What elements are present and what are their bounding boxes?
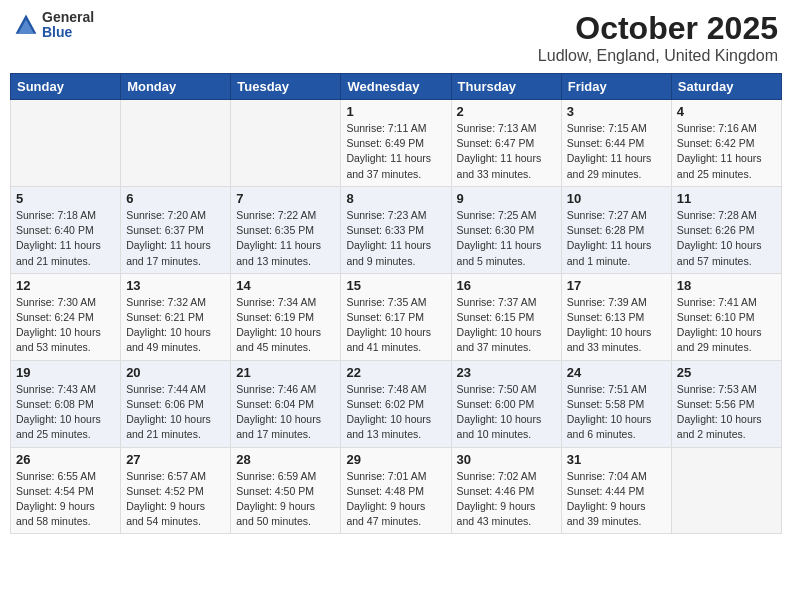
day-number: 15	[346, 278, 445, 293]
weekday-header-thursday: Thursday	[451, 74, 561, 100]
day-info: Sunrise: 7:53 AMSunset: 5:56 PMDaylight:…	[677, 382, 776, 443]
calendar-cell: 13Sunrise: 7:32 AMSunset: 6:21 PMDayligh…	[121, 273, 231, 360]
title-block: October 2025 Ludlow, England, United Kin…	[538, 10, 778, 65]
calendar-cell: 8Sunrise: 7:23 AMSunset: 6:33 PMDaylight…	[341, 186, 451, 273]
day-number: 20	[126, 365, 225, 380]
day-info: Sunrise: 7:28 AMSunset: 6:26 PMDaylight:…	[677, 208, 776, 269]
calendar-cell: 2Sunrise: 7:13 AMSunset: 6:47 PMDaylight…	[451, 100, 561, 187]
day-info: Sunrise: 7:20 AMSunset: 6:37 PMDaylight:…	[126, 208, 225, 269]
day-info: Sunrise: 7:32 AMSunset: 6:21 PMDaylight:…	[126, 295, 225, 356]
day-number: 22	[346, 365, 445, 380]
day-info: Sunrise: 7:04 AMSunset: 4:44 PMDaylight:…	[567, 469, 666, 530]
day-info: Sunrise: 7:35 AMSunset: 6:17 PMDaylight:…	[346, 295, 445, 356]
day-info: Sunrise: 7:02 AMSunset: 4:46 PMDaylight:…	[457, 469, 556, 530]
day-info: Sunrise: 6:59 AMSunset: 4:50 PMDaylight:…	[236, 469, 335, 530]
calendar-week-row: 1Sunrise: 7:11 AMSunset: 6:49 PMDaylight…	[11, 100, 782, 187]
day-number: 6	[126, 191, 225, 206]
day-number: 2	[457, 104, 556, 119]
day-number: 19	[16, 365, 115, 380]
weekday-header-saturday: Saturday	[671, 74, 781, 100]
weekday-header-row: SundayMondayTuesdayWednesdayThursdayFrid…	[11, 74, 782, 100]
calendar-cell: 16Sunrise: 7:37 AMSunset: 6:15 PMDayligh…	[451, 273, 561, 360]
calendar-cell: 4Sunrise: 7:16 AMSunset: 6:42 PMDaylight…	[671, 100, 781, 187]
day-info: Sunrise: 7:39 AMSunset: 6:13 PMDaylight:…	[567, 295, 666, 356]
day-number: 21	[236, 365, 335, 380]
day-number: 25	[677, 365, 776, 380]
calendar-cell: 12Sunrise: 7:30 AMSunset: 6:24 PMDayligh…	[11, 273, 121, 360]
calendar-cell	[231, 100, 341, 187]
calendar-cell: 19Sunrise: 7:43 AMSunset: 6:08 PMDayligh…	[11, 360, 121, 447]
logo-general-text: General	[42, 10, 94, 25]
day-info: Sunrise: 7:43 AMSunset: 6:08 PMDaylight:…	[16, 382, 115, 443]
calendar-cell: 30Sunrise: 7:02 AMSunset: 4:46 PMDayligh…	[451, 447, 561, 534]
day-info: Sunrise: 7:51 AMSunset: 5:58 PMDaylight:…	[567, 382, 666, 443]
location-subtitle: Ludlow, England, United Kingdom	[538, 47, 778, 65]
day-info: Sunrise: 7:37 AMSunset: 6:15 PMDaylight:…	[457, 295, 556, 356]
calendar-cell: 10Sunrise: 7:27 AMSunset: 6:28 PMDayligh…	[561, 186, 671, 273]
day-info: Sunrise: 7:34 AMSunset: 6:19 PMDaylight:…	[236, 295, 335, 356]
calendar-cell: 28Sunrise: 6:59 AMSunset: 4:50 PMDayligh…	[231, 447, 341, 534]
day-number: 8	[346, 191, 445, 206]
calendar-cell: 21Sunrise: 7:46 AMSunset: 6:04 PMDayligh…	[231, 360, 341, 447]
day-info: Sunrise: 7:18 AMSunset: 6:40 PMDaylight:…	[16, 208, 115, 269]
logo-text: General Blue	[42, 10, 94, 41]
day-info: Sunrise: 7:13 AMSunset: 6:47 PMDaylight:…	[457, 121, 556, 182]
day-number: 1	[346, 104, 445, 119]
day-number: 30	[457, 452, 556, 467]
calendar-week-row: 5Sunrise: 7:18 AMSunset: 6:40 PMDaylight…	[11, 186, 782, 273]
day-number: 16	[457, 278, 556, 293]
day-number: 28	[236, 452, 335, 467]
day-info: Sunrise: 7:50 AMSunset: 6:00 PMDaylight:…	[457, 382, 556, 443]
day-number: 11	[677, 191, 776, 206]
day-info: Sunrise: 7:16 AMSunset: 6:42 PMDaylight:…	[677, 121, 776, 182]
calendar-cell	[671, 447, 781, 534]
calendar-cell: 7Sunrise: 7:22 AMSunset: 6:35 PMDaylight…	[231, 186, 341, 273]
calendar-cell: 11Sunrise: 7:28 AMSunset: 6:26 PMDayligh…	[671, 186, 781, 273]
day-number: 26	[16, 452, 115, 467]
day-info: Sunrise: 7:25 AMSunset: 6:30 PMDaylight:…	[457, 208, 556, 269]
calendar-week-row: 19Sunrise: 7:43 AMSunset: 6:08 PMDayligh…	[11, 360, 782, 447]
calendar-cell: 1Sunrise: 7:11 AMSunset: 6:49 PMDaylight…	[341, 100, 451, 187]
day-number: 14	[236, 278, 335, 293]
calendar-cell: 31Sunrise: 7:04 AMSunset: 4:44 PMDayligh…	[561, 447, 671, 534]
calendar-week-row: 12Sunrise: 7:30 AMSunset: 6:24 PMDayligh…	[11, 273, 782, 360]
day-number: 23	[457, 365, 556, 380]
day-number: 29	[346, 452, 445, 467]
calendar-cell: 6Sunrise: 7:20 AMSunset: 6:37 PMDaylight…	[121, 186, 231, 273]
weekday-header-monday: Monday	[121, 74, 231, 100]
logo-blue-text: Blue	[42, 25, 94, 40]
day-number: 27	[126, 452, 225, 467]
calendar-cell: 26Sunrise: 6:55 AMSunset: 4:54 PMDayligh…	[11, 447, 121, 534]
calendar-cell	[121, 100, 231, 187]
calendar-cell: 24Sunrise: 7:51 AMSunset: 5:58 PMDayligh…	[561, 360, 671, 447]
weekday-header-wednesday: Wednesday	[341, 74, 451, 100]
day-info: Sunrise: 7:44 AMSunset: 6:06 PMDaylight:…	[126, 382, 225, 443]
day-number: 5	[16, 191, 115, 206]
calendar-cell: 17Sunrise: 7:39 AMSunset: 6:13 PMDayligh…	[561, 273, 671, 360]
day-info: Sunrise: 7:11 AMSunset: 6:49 PMDaylight:…	[346, 121, 445, 182]
logo: General Blue	[14, 10, 94, 41]
weekday-header-tuesday: Tuesday	[231, 74, 341, 100]
month-title: October 2025	[538, 10, 778, 47]
calendar-cell: 25Sunrise: 7:53 AMSunset: 5:56 PMDayligh…	[671, 360, 781, 447]
day-info: Sunrise: 7:27 AMSunset: 6:28 PMDaylight:…	[567, 208, 666, 269]
day-info: Sunrise: 7:48 AMSunset: 6:02 PMDaylight:…	[346, 382, 445, 443]
calendar-cell: 22Sunrise: 7:48 AMSunset: 6:02 PMDayligh…	[341, 360, 451, 447]
day-number: 31	[567, 452, 666, 467]
day-info: Sunrise: 7:22 AMSunset: 6:35 PMDaylight:…	[236, 208, 335, 269]
page-header: General Blue October 2025 Ludlow, Englan…	[10, 10, 782, 65]
day-number: 7	[236, 191, 335, 206]
day-info: Sunrise: 7:30 AMSunset: 6:24 PMDaylight:…	[16, 295, 115, 356]
day-info: Sunrise: 7:23 AMSunset: 6:33 PMDaylight:…	[346, 208, 445, 269]
weekday-header-sunday: Sunday	[11, 74, 121, 100]
day-number: 12	[16, 278, 115, 293]
day-number: 3	[567, 104, 666, 119]
day-info: Sunrise: 7:01 AMSunset: 4:48 PMDaylight:…	[346, 469, 445, 530]
calendar-cell: 20Sunrise: 7:44 AMSunset: 6:06 PMDayligh…	[121, 360, 231, 447]
calendar-cell: 15Sunrise: 7:35 AMSunset: 6:17 PMDayligh…	[341, 273, 451, 360]
calendar-cell	[11, 100, 121, 187]
calendar-cell: 27Sunrise: 6:57 AMSunset: 4:52 PMDayligh…	[121, 447, 231, 534]
day-number: 13	[126, 278, 225, 293]
calendar-table: SundayMondayTuesdayWednesdayThursdayFrid…	[10, 73, 782, 534]
day-number: 18	[677, 278, 776, 293]
